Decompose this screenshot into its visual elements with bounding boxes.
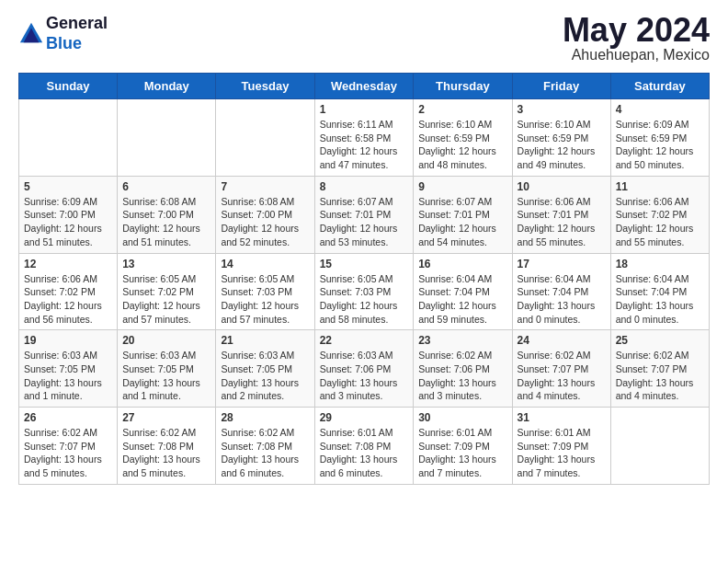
day-info: Sunrise: 6:01 AM Sunset: 7:09 PM Dayligh…: [518, 426, 606, 480]
day-info: Sunrise: 6:11 AM Sunset: 6:58 PM Dayligh…: [320, 118, 409, 172]
day-info: Sunrise: 6:02 AM Sunset: 7:06 PM Dayligh…: [418, 349, 506, 403]
day-number: 26: [24, 411, 112, 424]
day-info: Sunrise: 6:04 AM Sunset: 7:04 PM Dayligh…: [418, 272, 506, 327]
week-row-2: 5Sunrise: 6:09 AM Sunset: 7:00 PM Daylig…: [19, 176, 710, 253]
day-number: 31: [518, 411, 606, 424]
week-row-3: 12Sunrise: 6:06 AM Sunset: 7:02 PM Dayli…: [19, 253, 710, 330]
calendar-cell: 15Sunrise: 6:05 AM Sunset: 7:03 PM Dayli…: [314, 253, 414, 330]
calendar-cell: 23Sunrise: 6:02 AM Sunset: 7:06 PM Dayli…: [414, 330, 512, 408]
calendar-cell: 24Sunrise: 6:02 AM Sunset: 7:07 PM Dayli…: [512, 330, 610, 408]
day-number: 20: [122, 334, 210, 347]
day-info: Sunrise: 6:04 AM Sunset: 7:04 PM Dayligh…: [616, 272, 704, 327]
logo-line1: General: [46, 14, 108, 32]
calendar-cell: 20Sunrise: 6:03 AM Sunset: 7:05 PM Dayli…: [118, 330, 216, 408]
calendar-cell: 14Sunrise: 6:05 AM Sunset: 7:03 PM Dayli…: [216, 253, 314, 330]
calendar-cell: 29Sunrise: 6:01 AM Sunset: 7:08 PM Dayli…: [314, 408, 414, 485]
day-info: Sunrise: 6:10 AM Sunset: 6:59 PM Dayligh…: [418, 118, 506, 172]
calendar-cell: 4Sunrise: 6:09 AM Sunset: 6:59 PM Daylig…: [610, 99, 709, 177]
day-header-friday: Friday: [512, 74, 610, 99]
page-header: General Blue May 2024 Ahuehuepan, Mexico: [18, 14, 710, 63]
day-number: 4: [616, 103, 704, 116]
day-number: 3: [518, 103, 606, 116]
day-number: 9: [418, 180, 506, 193]
calendar-cell: 21Sunrise: 6:03 AM Sunset: 7:05 PM Dayli…: [216, 330, 314, 408]
day-info: Sunrise: 6:05 AM Sunset: 7:03 PM Dayligh…: [221, 272, 309, 327]
calendar-body: 1Sunrise: 6:11 AM Sunset: 6:58 PM Daylig…: [19, 99, 710, 485]
day-number: 18: [616, 258, 704, 270]
day-info: Sunrise: 6:09 AM Sunset: 6:59 PM Dayligh…: [616, 118, 704, 172]
day-header-monday: Monday: [118, 74, 216, 99]
day-number: 25: [616, 334, 704, 347]
calendar-table: SundayMondayTuesdayWednesdayThursdayFrid…: [18, 73, 710, 485]
day-number: 15: [320, 258, 409, 270]
calendar-cell: 6Sunrise: 6:08 AM Sunset: 7:00 PM Daylig…: [118, 176, 216, 253]
day-number: 30: [418, 411, 506, 424]
calendar-cell: 19Sunrise: 6:03 AM Sunset: 7:05 PM Dayli…: [19, 330, 118, 408]
day-info: Sunrise: 6:02 AM Sunset: 7:07 PM Dayligh…: [24, 426, 112, 480]
day-info: Sunrise: 6:03 AM Sunset: 7:05 PM Dayligh…: [24, 349, 112, 403]
calendar-cell: 18Sunrise: 6:04 AM Sunset: 7:04 PM Dayli…: [610, 253, 709, 330]
day-number: 23: [418, 334, 506, 347]
day-info: Sunrise: 6:08 AM Sunset: 7:00 PM Dayligh…: [122, 195, 210, 249]
logo: General Blue: [18, 14, 108, 53]
day-number: 16: [418, 258, 506, 270]
page-subtitle: Ahuehuepan, Mexico: [563, 47, 710, 63]
week-row-5: 26Sunrise: 6:02 AM Sunset: 7:07 PM Dayli…: [19, 408, 710, 485]
day-number: 19: [24, 334, 112, 347]
day-header-tuesday: Tuesday: [216, 74, 314, 99]
day-info: Sunrise: 6:02 AM Sunset: 7:08 PM Dayligh…: [122, 426, 210, 480]
day-info: Sunrise: 6:02 AM Sunset: 7:07 PM Dayligh…: [518, 349, 606, 403]
calendar-cell: 5Sunrise: 6:09 AM Sunset: 7:00 PM Daylig…: [19, 176, 118, 253]
day-header-wednesday: Wednesday: [314, 74, 414, 99]
day-number: 22: [320, 334, 409, 347]
calendar-cell: 17Sunrise: 6:04 AM Sunset: 7:04 PM Dayli…: [512, 253, 610, 330]
calendar-cell: 7Sunrise: 6:08 AM Sunset: 7:00 PM Daylig…: [216, 176, 314, 253]
day-number: 29: [320, 411, 409, 424]
day-info: Sunrise: 6:09 AM Sunset: 7:00 PM Dayligh…: [24, 195, 112, 249]
logo-icon: [18, 21, 44, 47]
day-number: 24: [518, 334, 606, 347]
calendar-cell: [19, 99, 118, 177]
calendar-cell: 2Sunrise: 6:10 AM Sunset: 6:59 PM Daylig…: [414, 99, 512, 177]
week-row-4: 19Sunrise: 6:03 AM Sunset: 7:05 PM Dayli…: [19, 330, 710, 408]
day-number: 7: [221, 180, 309, 193]
calendar-cell: 10Sunrise: 6:06 AM Sunset: 7:01 PM Dayli…: [512, 176, 610, 253]
calendar-cell: 31Sunrise: 6:01 AM Sunset: 7:09 PM Dayli…: [512, 408, 610, 485]
day-number: 10: [518, 180, 606, 193]
day-info: Sunrise: 6:10 AM Sunset: 6:59 PM Dayligh…: [518, 118, 606, 172]
day-number: 12: [24, 258, 112, 270]
day-number: 17: [518, 258, 606, 270]
calendar-cell: 27Sunrise: 6:02 AM Sunset: 7:08 PM Dayli…: [118, 408, 216, 485]
days-row: SundayMondayTuesdayWednesdayThursdayFrid…: [19, 74, 710, 99]
calendar-cell: 26Sunrise: 6:02 AM Sunset: 7:07 PM Dayli…: [19, 408, 118, 485]
calendar-cell: 22Sunrise: 6:03 AM Sunset: 7:06 PM Dayli…: [314, 330, 414, 408]
logo-line2: Blue: [46, 34, 82, 52]
day-info: Sunrise: 6:05 AM Sunset: 7:03 PM Dayligh…: [320, 272, 409, 327]
day-info: Sunrise: 6:07 AM Sunset: 7:01 PM Dayligh…: [418, 195, 506, 249]
day-info: Sunrise: 6:03 AM Sunset: 7:05 PM Dayligh…: [221, 349, 309, 403]
day-info: Sunrise: 6:03 AM Sunset: 7:06 PM Dayligh…: [320, 349, 409, 403]
day-number: 27: [122, 411, 210, 424]
calendar-cell: 16Sunrise: 6:04 AM Sunset: 7:04 PM Dayli…: [414, 253, 512, 330]
day-number: 1: [320, 103, 409, 116]
day-info: Sunrise: 6:05 AM Sunset: 7:02 PM Dayligh…: [122, 272, 210, 327]
day-info: Sunrise: 6:02 AM Sunset: 7:08 PM Dayligh…: [221, 426, 309, 480]
calendar-cell: 3Sunrise: 6:10 AM Sunset: 6:59 PM Daylig…: [512, 99, 610, 177]
day-info: Sunrise: 6:06 AM Sunset: 7:02 PM Dayligh…: [616, 195, 704, 249]
logo-text: General Blue: [46, 14, 108, 53]
day-info: Sunrise: 6:01 AM Sunset: 7:09 PM Dayligh…: [418, 426, 506, 480]
title-area: May 2024 Ahuehuepan, Mexico: [563, 14, 710, 63]
day-header-saturday: Saturday: [610, 74, 709, 99]
day-number: 28: [221, 411, 309, 424]
day-number: 21: [221, 334, 309, 347]
day-info: Sunrise: 6:07 AM Sunset: 7:01 PM Dayligh…: [320, 195, 409, 249]
day-number: 6: [122, 180, 210, 193]
page-title: May 2024: [563, 14, 710, 47]
calendar-cell: [118, 99, 216, 177]
calendar-cell: [216, 99, 314, 177]
day-info: Sunrise: 6:01 AM Sunset: 7:08 PM Dayligh…: [320, 426, 409, 480]
calendar-cell: [610, 408, 709, 485]
calendar-header: SundayMondayTuesdayWednesdayThursdayFrid…: [19, 74, 710, 99]
calendar-cell: 13Sunrise: 6:05 AM Sunset: 7:02 PM Dayli…: [118, 253, 216, 330]
day-info: Sunrise: 6:04 AM Sunset: 7:04 PM Dayligh…: [518, 272, 606, 327]
